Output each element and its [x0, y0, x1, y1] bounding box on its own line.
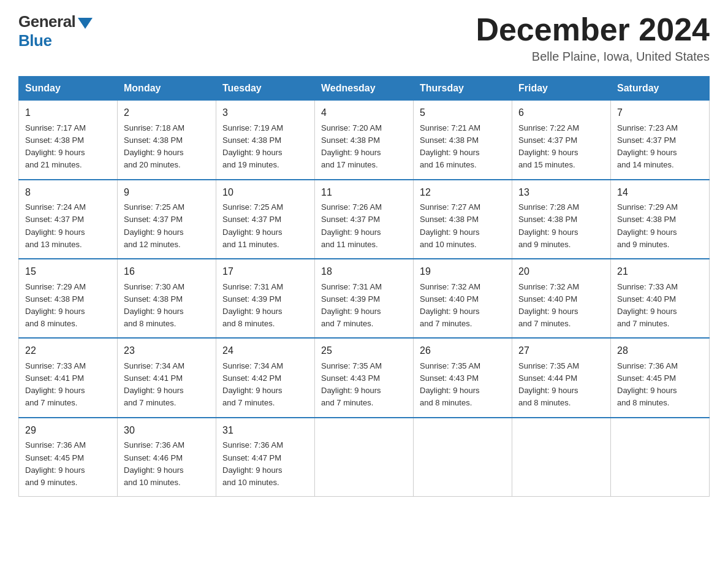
calendar-cell: 1Sunrise: 7:17 AMSunset: 4:38 PMDaylight… [19, 101, 118, 180]
day-number: 24 [222, 343, 308, 359]
day-number: 27 [518, 343, 604, 359]
day-number: 28 [617, 343, 703, 359]
day-number: 30 [124, 423, 210, 439]
day-number: 22 [25, 343, 111, 359]
day-number: 4 [321, 105, 407, 121]
calendar-cell: 15Sunrise: 7:29 AMSunset: 4:38 PMDayligh… [19, 259, 118, 338]
calendar-cell: 18Sunrise: 7:31 AMSunset: 4:39 PMDayligh… [315, 259, 414, 338]
calendar-cell: 8Sunrise: 7:24 AMSunset: 4:37 PMDaylight… [19, 180, 118, 259]
calendar-cell: 2Sunrise: 7:18 AMSunset: 4:38 PMDaylight… [118, 101, 216, 180]
calendar-cell: 22Sunrise: 7:33 AMSunset: 4:41 PMDayligh… [19, 338, 118, 417]
day-number: 21 [617, 264, 703, 280]
day-info: Sunrise: 7:35 AMSunset: 4:43 PMDaylight:… [321, 360, 407, 410]
day-info: Sunrise: 7:28 AMSunset: 4:38 PMDaylight:… [518, 201, 604, 251]
day-number: 1 [25, 105, 111, 121]
calendar-week-row: 8Sunrise: 7:24 AMSunset: 4:37 PMDaylight… [19, 180, 710, 259]
weekday-header-saturday: Saturday [611, 77, 710, 101]
day-info: Sunrise: 7:32 AMSunset: 4:40 PMDaylight:… [420, 281, 506, 331]
calendar-cell: 6Sunrise: 7:22 AMSunset: 4:37 PMDaylight… [512, 101, 611, 180]
day-info: Sunrise: 7:32 AMSunset: 4:40 PMDaylight:… [518, 281, 604, 331]
calendar-cell [414, 418, 512, 497]
weekday-header-monday: Monday [118, 77, 216, 101]
day-info: Sunrise: 7:36 AMSunset: 4:45 PMDaylight:… [617, 360, 703, 410]
weekday-header-wednesday: Wednesday [315, 77, 414, 101]
day-number: 8 [25, 185, 111, 201]
calendar-cell: 3Sunrise: 7:19 AMSunset: 4:38 PMDaylight… [216, 101, 315, 180]
calendar-cell: 4Sunrise: 7:20 AMSunset: 4:38 PMDaylight… [315, 101, 414, 180]
weekday-header-row: SundayMondayTuesdayWednesdayThursdayFrid… [19, 77, 710, 101]
day-info: Sunrise: 7:22 AMSunset: 4:37 PMDaylight:… [518, 122, 604, 172]
day-number: 7 [617, 105, 703, 121]
calendar-table: SundayMondayTuesdayWednesdayThursdayFrid… [18, 76, 710, 497]
calendar-cell: 24Sunrise: 7:34 AMSunset: 4:42 PMDayligh… [216, 338, 315, 417]
calendar-cell: 25Sunrise: 7:35 AMSunset: 4:43 PMDayligh… [315, 338, 414, 417]
day-info: Sunrise: 7:31 AMSunset: 4:39 PMDaylight:… [321, 281, 407, 331]
calendar-cell: 7Sunrise: 7:23 AMSunset: 4:37 PMDaylight… [611, 101, 710, 180]
day-info: Sunrise: 7:36 AMSunset: 4:45 PMDaylight:… [25, 439, 111, 489]
day-info: Sunrise: 7:29 AMSunset: 4:38 PMDaylight:… [25, 281, 111, 331]
day-info: Sunrise: 7:23 AMSunset: 4:37 PMDaylight:… [617, 122, 703, 172]
calendar-week-row: 1Sunrise: 7:17 AMSunset: 4:38 PMDaylight… [19, 101, 710, 180]
logo-general: General [18, 12, 75, 31]
calendar-week-row: 15Sunrise: 7:29 AMSunset: 4:38 PMDayligh… [19, 259, 710, 338]
day-number: 17 [222, 264, 308, 280]
page-header: General Blue December 2024 Belle Plaine,… [18, 12, 710, 64]
day-info: Sunrise: 7:17 AMSunset: 4:38 PMDaylight:… [25, 122, 111, 172]
day-info: Sunrise: 7:34 AMSunset: 4:41 PMDaylight:… [124, 360, 210, 410]
calendar-cell: 10Sunrise: 7:25 AMSunset: 4:37 PMDayligh… [216, 180, 315, 259]
day-info: Sunrise: 7:20 AMSunset: 4:38 PMDaylight:… [321, 122, 407, 172]
day-number: 9 [124, 185, 210, 201]
day-number: 13 [518, 185, 604, 201]
calendar-cell: 26Sunrise: 7:35 AMSunset: 4:43 PMDayligh… [414, 338, 512, 417]
day-number: 19 [420, 264, 506, 280]
calendar-cell: 23Sunrise: 7:34 AMSunset: 4:41 PMDayligh… [118, 338, 216, 417]
calendar-cell: 14Sunrise: 7:29 AMSunset: 4:38 PMDayligh… [611, 180, 710, 259]
day-info: Sunrise: 7:35 AMSunset: 4:44 PMDaylight:… [518, 360, 604, 410]
weekday-header-thursday: Thursday [414, 77, 512, 101]
day-info: Sunrise: 7:29 AMSunset: 4:38 PMDaylight:… [617, 201, 703, 251]
calendar-cell: 11Sunrise: 7:26 AMSunset: 4:37 PMDayligh… [315, 180, 414, 259]
day-info: Sunrise: 7:34 AMSunset: 4:42 PMDaylight:… [222, 360, 308, 410]
calendar-cell: 30Sunrise: 7:36 AMSunset: 4:46 PMDayligh… [118, 418, 216, 497]
day-number: 15 [25, 264, 111, 280]
day-number: 12 [420, 185, 506, 201]
logo-blue: Blue [18, 31, 51, 50]
day-number: 16 [124, 264, 210, 280]
title-section: December 2024 Belle Plaine, Iowa, United… [476, 12, 710, 64]
calendar-cell [611, 418, 710, 497]
calendar-cell: 20Sunrise: 7:32 AMSunset: 4:40 PMDayligh… [512, 259, 611, 338]
calendar-cell: 13Sunrise: 7:28 AMSunset: 4:38 PMDayligh… [512, 180, 611, 259]
day-info: Sunrise: 7:35 AMSunset: 4:43 PMDaylight:… [420, 360, 506, 410]
day-info: Sunrise: 7:36 AMSunset: 4:47 PMDaylight:… [222, 439, 308, 489]
calendar-cell: 27Sunrise: 7:35 AMSunset: 4:44 PMDayligh… [512, 338, 611, 417]
day-number: 23 [124, 343, 210, 359]
day-info: Sunrise: 7:36 AMSunset: 4:46 PMDaylight:… [124, 439, 210, 489]
calendar-cell [315, 418, 414, 497]
day-number: 25 [321, 343, 407, 359]
day-number: 26 [420, 343, 506, 359]
weekday-header-sunday: Sunday [19, 77, 118, 101]
day-number: 3 [222, 105, 308, 121]
calendar-cell: 28Sunrise: 7:36 AMSunset: 4:45 PMDayligh… [611, 338, 710, 417]
day-number: 14 [617, 185, 703, 201]
day-info: Sunrise: 7:19 AMSunset: 4:38 PMDaylight:… [222, 122, 308, 172]
calendar-cell: 29Sunrise: 7:36 AMSunset: 4:45 PMDayligh… [19, 418, 118, 497]
calendar-cell [512, 418, 611, 497]
day-info: Sunrise: 7:25 AMSunset: 4:37 PMDaylight:… [124, 201, 210, 251]
day-number: 6 [518, 105, 604, 121]
calendar-week-row: 29Sunrise: 7:36 AMSunset: 4:45 PMDayligh… [19, 418, 710, 497]
calendar-cell: 19Sunrise: 7:32 AMSunset: 4:40 PMDayligh… [414, 259, 512, 338]
day-info: Sunrise: 7:27 AMSunset: 4:38 PMDaylight:… [420, 201, 506, 251]
calendar-cell: 9Sunrise: 7:25 AMSunset: 4:37 PMDaylight… [118, 180, 216, 259]
day-number: 31 [222, 423, 308, 439]
day-number: 18 [321, 264, 407, 280]
weekday-header-friday: Friday [512, 77, 611, 101]
day-info: Sunrise: 7:21 AMSunset: 4:38 PMDaylight:… [420, 122, 506, 172]
page-subtitle: Belle Plaine, Iowa, United States [476, 50, 710, 64]
day-info: Sunrise: 7:33 AMSunset: 4:40 PMDaylight:… [617, 281, 703, 331]
page-title: December 2024 [476, 12, 710, 47]
calendar-cell: 12Sunrise: 7:27 AMSunset: 4:38 PMDayligh… [414, 180, 512, 259]
calendar-cell: 5Sunrise: 7:21 AMSunset: 4:38 PMDaylight… [414, 101, 512, 180]
logo: General Blue [18, 12, 93, 50]
day-number: 10 [222, 185, 308, 201]
